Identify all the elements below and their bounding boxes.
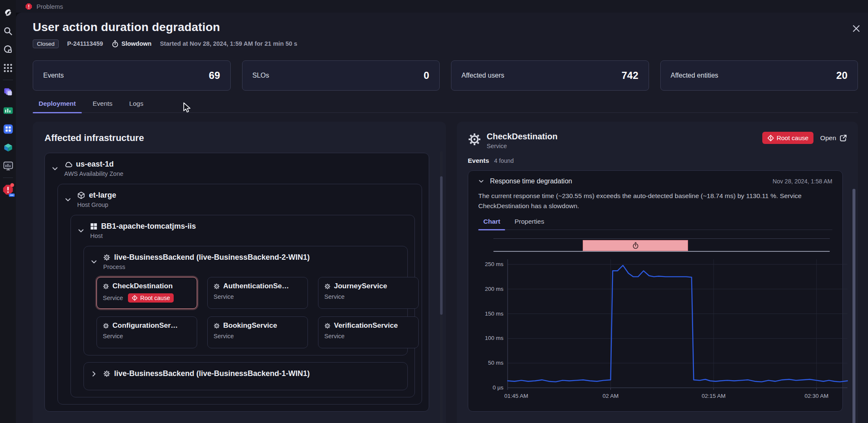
open-entity-button[interactable]: Open: [820, 134, 847, 142]
right-panel-scrollbar[interactable]: [852, 189, 855, 423]
event-timestamp: Nov 28, 2024, 1:58 AM: [773, 178, 832, 185]
close-icon[interactable]: [850, 23, 862, 34]
infrastructure-app-icon[interactable]: [0, 83, 16, 101]
smartscape-icon[interactable]: [0, 40, 16, 59]
dynatrace-logo[interactable]: [0, 3, 16, 22]
tab-chart[interactable]: Chart: [478, 218, 505, 230]
kubernetes-app-icon[interactable]: [0, 138, 16, 157]
tab-deployment[interactable]: Deployment: [33, 100, 82, 112]
timeline-overview[interactable]: [493, 238, 830, 253]
chevron-down-icon[interactable]: [65, 196, 77, 203]
event-description: The current response time (~230.55 ms) e…: [478, 191, 818, 211]
service-chip-verificationservice[interactable]: VerificationService Service: [318, 316, 419, 348]
search-icon[interactable]: [0, 22, 16, 40]
stat-card-events: Events 69: [33, 60, 231, 91]
service-chip-authenticationservice[interactable]: AuthenticationSe… Service: [207, 277, 308, 309]
problem-duration-band[interactable]: [583, 240, 688, 251]
node-name: us-east-1d: [76, 160, 114, 169]
service-gear-icon: [103, 283, 109, 290]
service-gear-icon: [324, 283, 331, 290]
events-section-label: Events: [468, 157, 489, 164]
problems-app-icon[interactable]: [0, 180, 16, 199]
windows-icon: [90, 223, 97, 230]
node-header-host-group[interactable]: et-large Host Group: [65, 191, 415, 208]
timeline-baseline: [493, 251, 830, 252]
left-panel-scrollbar[interactable]: [440, 151, 443, 423]
cube-icon: [77, 191, 85, 199]
svg-text:200 ms: 200 ms: [485, 286, 504, 292]
event-title: Response time degradation: [490, 178, 572, 185]
cloud-icon: [64, 160, 72, 168]
stat-value: 69: [209, 70, 220, 81]
svg-text:150 ms: 150 ms: [485, 311, 504, 317]
stat-label: Events: [43, 72, 64, 79]
stat-value: 742: [621, 70, 638, 81]
scrollbar-thumb[interactable]: [440, 176, 443, 315]
node-type: AWS Availability Zone: [64, 170, 123, 177]
stat-card-affected-entities: Affected entities 20: [660, 60, 858, 91]
node-header-host[interactable]: BB1-apache-tomcatjms-iis Host: [78, 222, 408, 239]
diamond-exclamation-icon: [767, 135, 774, 141]
svg-text:50 ms: 50 ms: [488, 360, 503, 366]
event-tabs: Chart Properties: [478, 218, 832, 230]
stat-value: 0: [424, 70, 429, 81]
problem-id: P-241113459: [67, 40, 103, 47]
node-type: Host: [90, 232, 196, 239]
svg-text:02:30 AM: 02:30 AM: [805, 393, 829, 399]
service-name: JourneyService: [334, 282, 387, 290]
topbar-tab-label: Problems: [36, 3, 63, 10]
problems-badge: [9, 193, 15, 197]
top-bar: Problems: [16, 0, 868, 13]
chevron-down-icon[interactable]: [91, 258, 103, 265]
event-card-response-time-degradation: Response time degradation Nov 28, 2024, …: [468, 170, 843, 412]
tree-node-process: live-BusinessBackend (live-BusinessBacke…: [83, 246, 408, 355]
summary-stats: Events 69 SLOs 0 Affected users 742 Affe…: [33, 60, 858, 91]
service-chip-bookingservice[interactable]: BookingService Service: [207, 316, 308, 348]
node-header-az[interactable]: us-east-1d AWS Availability Zone: [52, 160, 422, 177]
service-name: AuthenticationSe…: [223, 282, 289, 290]
node-header-process[interactable]: live-BusinessBackend (live-BusinessBacke…: [91, 253, 401, 270]
chevron-down-icon[interactable]: [78, 227, 90, 234]
problem-type: Slowdown: [112, 40, 152, 47]
external-link-icon: [839, 134, 847, 142]
stat-label: Affected users: [461, 72, 504, 79]
service-chip-configurationservice[interactable]: ConfigurationSer… Service: [96, 316, 197, 348]
node-name: BB1-apache-tomcatjms-iis: [101, 222, 196, 231]
problem-type-label: Slowdown: [122, 40, 152, 47]
tree-node-host: BB1-apache-tomcatjms-iis Host: [70, 215, 415, 397]
svg-text:0 µs: 0 µs: [493, 384, 503, 391]
main-tabs: Deployment Events Logs: [33, 100, 858, 113]
entity-type: Service: [487, 143, 558, 149]
open-label: Open: [820, 134, 836, 142]
service-name: CheckDestination: [112, 282, 173, 290]
tab-properties[interactable]: Properties: [509, 218, 549, 230]
tree-node-host-group: et-large Host Group: [57, 184, 422, 405]
affected-infrastructure-panel: Affected infrastructure us-: [33, 122, 446, 423]
tree-node-process-collapsed: live-BusinessBackend (live-BusinessBacke…: [83, 362, 408, 390]
tab-problems-app[interactable]: Problems: [16, 3, 63, 10]
node-header-process-2[interactable]: live-BusinessBackend (live-BusinessBacke…: [91, 369, 401, 378]
root-cause-badge: Root cause: [762, 132, 813, 144]
node-name: live-BusinessBackend (live-BusinessBacke…: [114, 369, 310, 378]
service-chip-checkdestination[interactable]: CheckDestination Service Roo: [96, 277, 197, 309]
stat-label: Affected entities: [671, 72, 719, 79]
reports-app-icon[interactable]: [0, 157, 16, 175]
tab-events[interactable]: Events: [87, 100, 118, 112]
stopwatch-icon: [632, 242, 639, 249]
entity-detail-panel: CheckDestination Service Root cause Open: [457, 122, 858, 423]
dashboards-app-icon[interactable]: [0, 120, 16, 138]
apps-grid-icon[interactable]: [0, 59, 16, 77]
metrics-app-icon[interactable]: [0, 101, 16, 120]
service-type: Service: [214, 333, 234, 339]
tab-logs[interactable]: Logs: [123, 100, 149, 112]
stat-card-slos: SLOs 0: [242, 60, 440, 91]
chevron-down-icon[interactable]: [52, 165, 64, 172]
service-chip-journeyservice[interactable]: JourneyService Service: [318, 277, 419, 309]
svg-text:01:45 AM: 01:45 AM: [504, 393, 528, 399]
service-type: Service: [103, 295, 123, 301]
service-chip-grid: CheckDestination Service Roo: [96, 277, 401, 348]
chevron-right-icon[interactable]: [91, 371, 103, 377]
entity-title: CheckDestination: [487, 132, 558, 141]
chevron-down-icon[interactable]: [478, 178, 484, 184]
service-name: VerificationService: [334, 321, 398, 330]
